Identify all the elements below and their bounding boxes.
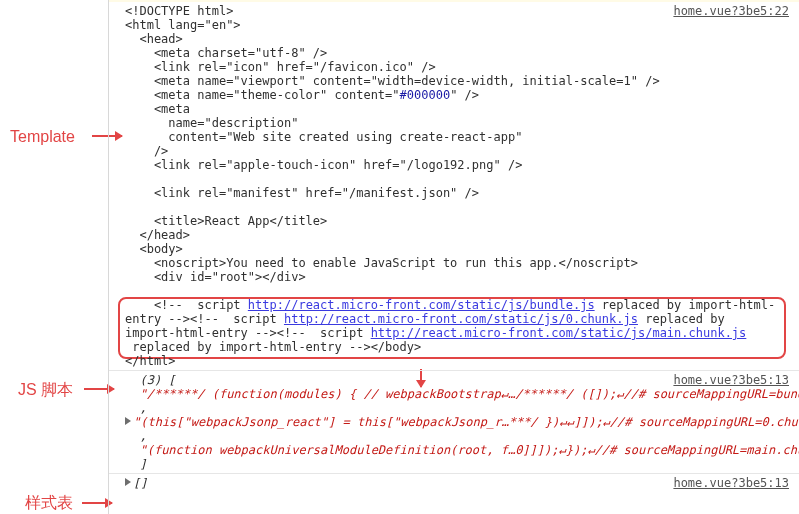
- js-string: "/******/ (function(modules) { // webpac…: [139, 387, 799, 401]
- console-row: home.vue?3be5:13 (3) [ "/******/ (functi…: [115, 373, 799, 471]
- warning-strip: [109, 0, 799, 2]
- js-string: "(function webpackUniversalModuleDefinit…: [139, 443, 799, 457]
- annotation-template: Template: [10, 128, 75, 146]
- console-row: home.vue?3be5:22 <!DOCTYPE html> <html l…: [115, 4, 799, 368]
- chunk0-url[interactable]: http://react.micro-front.com/static/js/0…: [284, 312, 638, 326]
- js-array-output: (3) [ "/******/ (function(modules) { // …: [115, 373, 799, 471]
- source-link[interactable]: home.vue?3be5:13: [673, 476, 789, 490]
- expand-icon[interactable]: [125, 478, 131, 486]
- separator: [109, 473, 799, 474]
- expand-icon[interactable]: [125, 417, 131, 425]
- annotation-stylesheet: 样式表: [25, 493, 73, 514]
- separator: [109, 370, 799, 371]
- source-link[interactable]: home.vue?3be5:13: [673, 373, 789, 387]
- html-template-output: <!DOCTYPE html> <html lang="en"> <head> …: [115, 4, 799, 368]
- console-row: home.vue?3be5:13 []: [115, 476, 799, 490]
- source-link[interactable]: home.vue?3be5:22: [673, 4, 789, 18]
- bundle-url[interactable]: http://react.micro-front.com/static/js/b…: [248, 298, 595, 312]
- js-string: "(this["webpackJsonp_react"] = this["web…: [133, 415, 798, 429]
- console-output: home.vue?3be5:22 <!DOCTYPE html> <html l…: [108, 0, 799, 514]
- annotation-js: JS 脚本: [18, 380, 73, 401]
- mainchunk-url[interactable]: http://react.micro-front.com/static/js/m…: [371, 326, 747, 340]
